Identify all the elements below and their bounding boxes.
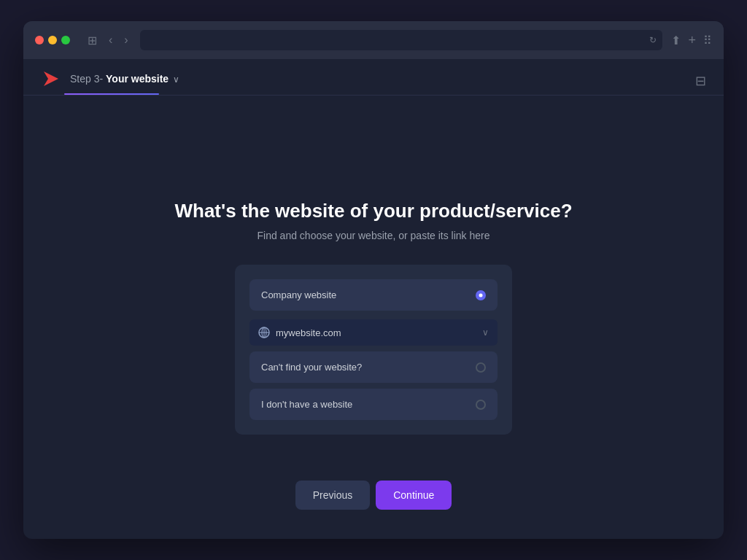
forward-icon[interactable]: › xyxy=(121,32,131,48)
grid-icon[interactable]: ⠿ xyxy=(703,34,712,47)
browser-controls: ⊞ ‹ › xyxy=(85,32,131,49)
browser-actions: ⬆ + ⠿ xyxy=(671,33,712,48)
company-website-label: Company website xyxy=(261,289,336,300)
dropdown-chevron-icon: ∨ xyxy=(482,327,489,338)
company-website-option[interactable]: Company website xyxy=(249,279,498,311)
company-website-radio[interactable] xyxy=(476,290,486,300)
no-website-radio[interactable] xyxy=(476,400,486,410)
website-dropdown-left: mywebsite.com xyxy=(258,327,341,338)
header-inner: Step 3- Your website ∨ xyxy=(41,69,179,95)
traffic-lights xyxy=(35,36,70,44)
step-underline xyxy=(64,93,159,95)
no-website-option[interactable]: I don't have a website xyxy=(249,389,498,420)
step-name: Your website xyxy=(106,73,169,85)
main-content: What's the website of your product/servi… xyxy=(23,96,724,539)
cant-find-label: Can't find your website? xyxy=(261,362,362,373)
step-number: Step 3- xyxy=(70,73,106,85)
website-url: mywebsite.com xyxy=(276,327,341,338)
traffic-light-yellow[interactable] xyxy=(48,36,57,44)
back-icon[interactable]: ‹ xyxy=(106,32,115,48)
header-right-icon[interactable]: ⊟ xyxy=(695,73,706,95)
step-label: Step 3- Your website ∨ xyxy=(70,73,179,85)
add-tab-icon[interactable]: + xyxy=(688,33,696,48)
share-icon[interactable]: ⬆ xyxy=(671,34,681,47)
browser-chrome: ⊞ ‹ › ↻ ⬆ + ⠿ xyxy=(23,21,724,59)
continue-button[interactable]: Continue xyxy=(376,481,452,510)
form-card: Company website mywebsite.com ∨ xyxy=(235,265,512,435)
app-header: Step 3- Your website ∨ ⊟ xyxy=(23,59,724,96)
no-website-label: I don't have a website xyxy=(261,399,352,410)
traffic-light-red[interactable] xyxy=(35,36,44,44)
logo-icon xyxy=(41,69,61,89)
previous-button[interactable]: Previous xyxy=(295,481,370,510)
traffic-light-green[interactable] xyxy=(61,36,70,44)
step-chevron-icon[interactable]: ∨ xyxy=(173,74,179,85)
website-dropdown[interactable]: mywebsite.com ∨ xyxy=(249,319,498,346)
cant-find-option[interactable]: Can't find your website? xyxy=(249,351,498,383)
page-subtitle: Find and choose your website, or paste i… xyxy=(257,230,489,241)
sidebar-toggle-icon[interactable]: ⊞ xyxy=(85,32,100,49)
cant-find-radio[interactable] xyxy=(476,362,486,373)
browser-window: ⊞ ‹ › ↻ ⬆ + ⠿ Step 3- Your website ∨ ⊟ xyxy=(23,21,724,539)
address-bar[interactable]: ↻ xyxy=(140,30,663,50)
svg-marker-0 xyxy=(44,71,58,86)
refresh-icon[interactable]: ↻ xyxy=(649,35,657,45)
bottom-actions: Previous Continue xyxy=(295,481,452,510)
page-title: What's the website of your product/servi… xyxy=(174,200,572,222)
globe-icon xyxy=(258,327,270,338)
